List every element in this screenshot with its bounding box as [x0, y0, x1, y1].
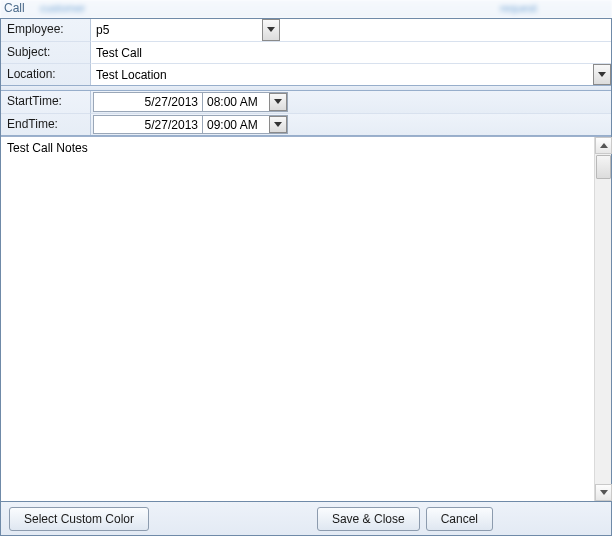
end-time-input[interactable] — [203, 116, 269, 133]
svg-marker-0 — [267, 27, 275, 32]
chevron-down-icon — [267, 27, 275, 33]
location-dropdown-button[interactable] — [593, 64, 611, 85]
start-time-combo[interactable] — [203, 92, 288, 112]
scroll-down-button[interactable] — [595, 484, 612, 501]
dialog-title: Call — [0, 0, 612, 18]
chevron-down-icon — [598, 72, 606, 78]
form-area: Employee: Subject: Location: — [0, 18, 612, 502]
employee-combo[interactable] — [92, 19, 282, 41]
svg-marker-5 — [600, 490, 608, 495]
scroll-thumb[interactable] — [596, 155, 611, 179]
end-date-input[interactable] — [93, 115, 203, 134]
save-and-close-button[interactable]: Save & Close — [317, 507, 420, 531]
start-date-input[interactable] — [93, 92, 203, 112]
location-label: Location: — [1, 63, 91, 85]
subject-input[interactable] — [92, 42, 611, 63]
employee-input[interactable] — [92, 19, 262, 41]
chevron-down-icon — [274, 99, 282, 105]
location-combo[interactable] — [92, 64, 611, 85]
employee-label: Employee: — [1, 19, 91, 41]
start-time-input[interactable] — [203, 93, 269, 111]
svg-marker-3 — [274, 122, 282, 127]
time-section: StartTime: EndTime: — [1, 90, 611, 136]
select-custom-color-button[interactable]: Select Custom Color — [9, 507, 149, 531]
notes-scrollbar[interactable] — [594, 137, 611, 501]
cancel-button[interactable]: Cancel — [426, 507, 493, 531]
dialog-footer: Select Custom Color Save & Close Cancel — [0, 502, 612, 536]
notes-area — [1, 136, 611, 501]
endtime-label: EndTime: — [1, 113, 91, 135]
notes-textarea[interactable] — [1, 137, 594, 501]
svg-marker-1 — [598, 72, 606, 77]
header-section: Employee: Subject: Location: — [1, 19, 611, 86]
start-time-dropdown-button[interactable] — [269, 93, 287, 111]
chevron-down-icon — [600, 490, 608, 496]
end-time-dropdown-button[interactable] — [269, 116, 287, 133]
svg-marker-4 — [600, 143, 608, 148]
scroll-up-button[interactable] — [595, 137, 612, 154]
svg-marker-2 — [274, 99, 282, 104]
starttime-label: StartTime: — [1, 91, 91, 113]
chevron-up-icon — [600, 143, 608, 149]
employee-dropdown-button[interactable] — [262, 19, 280, 41]
subject-label: Subject: — [1, 41, 91, 63]
end-time-combo[interactable] — [203, 115, 288, 134]
chevron-down-icon — [274, 122, 282, 128]
location-input[interactable] — [92, 64, 593, 85]
call-dialog: Call Employee: Subject: — [0, 0, 612, 536]
